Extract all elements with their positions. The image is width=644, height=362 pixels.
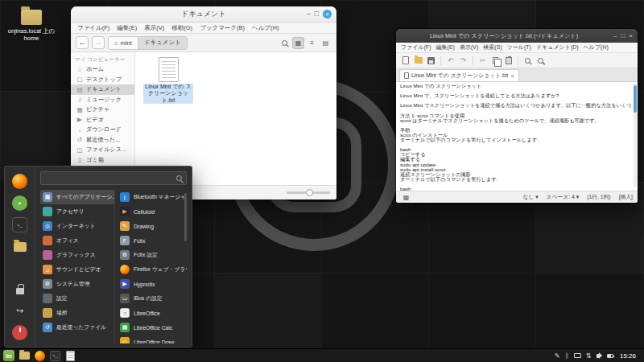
lock-icon[interactable] [12,282,27,297]
battery-icon[interactable] [607,354,613,358]
editor-text-area[interactable]: Linux Mint での スクリーンショット Linux Mint で、スクリ… [396,82,638,191]
open-icon[interactable] [413,56,423,66]
find-icon[interactable] [522,56,533,66]
menu-go[interactable]: 移動(G) [171,24,192,32]
category-all-applications[interactable]: ▦すべてのアプリケーシ... [40,190,114,204]
category-administration[interactable]: ⚙システム管理 [40,277,114,291]
undo-icon[interactable]: ↶ [445,56,456,66]
firefox-icon[interactable] [12,174,27,189]
category-office[interactable]: オフィス [40,233,114,248]
files-launcher[interactable] [19,351,30,361]
menu-edit[interactable]: 編集(E) [117,24,137,32]
sidebar-item-pictures[interactable]: ▦ピクチャ [71,105,134,115]
network-icon[interactable]: ⇅ [586,352,592,360]
maximize-icon[interactable]: □ [315,10,319,18]
shutdown-icon[interactable] [12,325,27,340]
app-fcitx-settings[interactable]: ⚙Fcitx 設定 [118,248,187,262]
clock[interactable]: 15:26 [620,352,636,360]
breadcrumb-current[interactable]: ドキュメント [138,37,187,49]
zoom-slider[interactable] [287,191,330,194]
category-internet[interactable]: ◎インターネット [40,219,114,233]
editor-scrollbar[interactable] [634,84,637,187]
minimize-icon[interactable]: – [613,33,617,39]
terminal-launcher[interactable]: >_ [50,351,60,361]
close-icon[interactable]: × [323,10,332,19]
app-libreoffice-draw[interactable]: ◇LibreOffice Draw [118,335,187,343]
paste-icon[interactable] [503,56,514,66]
maximize-icon[interactable]: □ [621,33,625,39]
menu-help[interactable]: ヘルプ(H) [252,24,279,32]
pen-icon[interactable]: ✎ [555,352,560,360]
category-graphics[interactable]: グラフィックス [40,248,114,262]
app-drawing[interactable]: ✎Drawing [118,219,187,233]
category-places[interactable]: 場所 [40,306,114,320]
editor-scrollbar-thumb[interactable] [634,85,637,113]
text-editor-titlebar[interactable]: Linux Mint での スクリーンショット.txt (~/ドキュメント) –… [396,29,638,43]
sidebar-item-trash[interactable]: ▯ゴミ箱 [71,155,134,166]
volume-icon[interactable] [597,354,602,358]
sidebar-item-filesystem[interactable]: ◫ファイルシス... [71,145,134,155]
menu-documents[interactable]: ドキュメント(D) [536,43,579,51]
app-fcitx[interactable]: FFcitx [118,233,187,248]
menu-help[interactable]: ヘルプ(H) [584,43,609,51]
app-bluetooth-manager[interactable]: ᛒBluetooth マネージャー [118,190,187,204]
compact-view-icon[interactable]: ▤ [320,37,332,49]
app-hypnotix[interactable]: ▶Hypnotix [118,277,187,291]
files-icon[interactable] [12,239,27,254]
redo-icon[interactable]: ↷ [458,56,469,66]
app-celluloid[interactable]: ▶Celluloid [118,204,187,219]
file-manager-titlebar[interactable]: ドキュメント – □ × [71,6,336,23]
menu-view[interactable]: 表示(V) [144,24,164,32]
menu-view[interactable]: 表示(V) [460,43,478,51]
sidebar-item-downloads[interactable]: ↓ダウンロード [71,125,134,135]
menu-edit[interactable]: 編集(E) [436,43,455,51]
forward-icon[interactable]: → [92,36,105,49]
search-icon[interactable] [279,37,291,49]
copy-icon[interactable] [490,56,501,66]
file-item[interactable]: Linux Mint での ス クリーンショット.txt [143,57,193,104]
display-icon[interactable] [574,353,581,358]
editor-tab[interactable]: Linux Mint での スクリーンショット.txt × [399,69,519,81]
menu-file[interactable]: ファイル(F) [401,43,431,51]
overview-map-icon[interactable]: ▦ [401,192,411,203]
app-ibus-settings[interactable]: ▭iBus の設定 [118,291,187,306]
category-sound-video[interactable]: ♫サウンドとビデオ [40,262,114,277]
minimize-icon[interactable]: – [307,10,311,18]
sidebar-item-music[interactable]: ♫ミュージック [71,95,134,105]
tab-close-icon[interactable]: × [510,72,514,80]
sidebar-item-home[interactable]: ⌂ホーム [71,64,134,75]
firefox-launcher[interactable] [35,351,45,361]
category-accessories[interactable]: アクセサリ [40,204,114,219]
menu-file[interactable]: ファイル(F) [77,24,109,32]
desktop-shortcut-home[interactable]: onjinas.local 上の home [5,6,58,43]
tab-width-selector[interactable]: スペース: 4 ▾ [547,193,580,201]
grid-view-icon[interactable]: ▦ [292,37,304,49]
menu-bookmarks[interactable]: ブックマーク(B) [200,24,245,32]
app-list-scrollbar[interactable] [184,193,187,241]
sidebar-item-desktop[interactable]: ▢デスクトップ [71,75,134,85]
cut-icon[interactable]: ✂ [477,56,488,66]
menu-button[interactable]: lm [3,350,14,361]
category-recent-files[interactable]: ↺最近使ったファイル [40,320,114,335]
app-firefox[interactable]: Firefox ウェブ・ブラウザ [118,262,187,277]
save-icon[interactable] [426,56,436,66]
category-preferences[interactable]: 設定 [40,291,114,306]
terminal-icon[interactable]: >_ [12,217,27,232]
zoom-slider-thumb[interactable] [306,189,313,196]
replace-icon[interactable]: ✎ [535,56,546,66]
sidebar-item-documents[interactable]: ▤ドキュメント [71,84,134,95]
sidebar-item-recent[interactable]: ↺最近使った... [71,135,134,146]
breadcrumb-home[interactable]: ⌂ mint [109,37,138,49]
app-libreoffice[interactable]: ≡LibreOffice [118,306,187,320]
bluetooth-icon[interactable]: ᛒ [565,352,569,360]
software-manager-icon[interactable]: • [12,195,27,211]
menu-search-input[interactable] [45,175,176,182]
menu-search[interactable]: 検索(S) [483,43,502,51]
back-icon[interactable]: ← [76,36,89,49]
text-editor-launcher[interactable] [65,351,76,361]
menu-tools[interactable]: ツール(T) [507,43,531,51]
sidebar-item-videos[interactable]: ▶ビデオ [71,115,134,125]
close-icon[interactable]: × [629,33,633,39]
highlight-mode-selector[interactable]: なし ▾ [522,193,538,201]
app-libreoffice-calc[interactable]: ▦LibreOffice Calc [118,320,187,335]
